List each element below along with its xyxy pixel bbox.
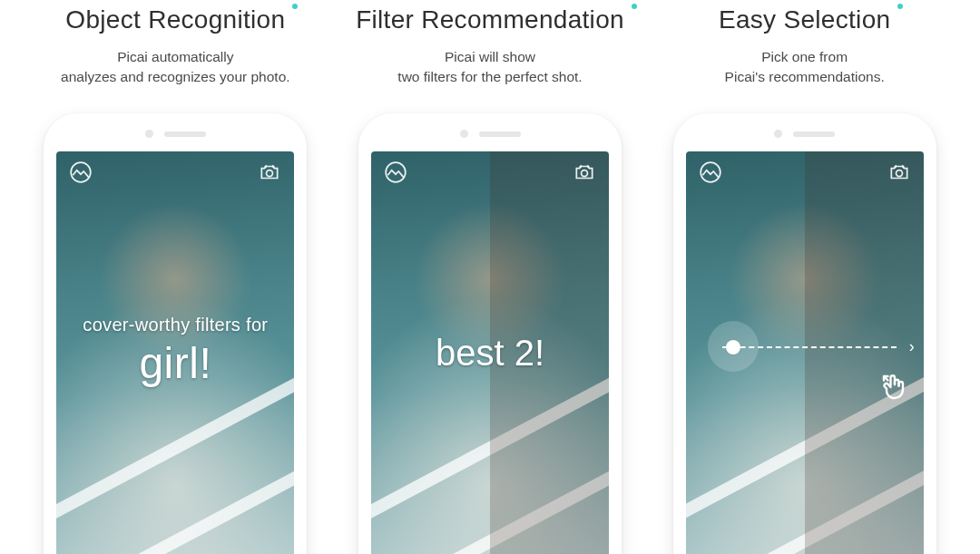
pointer-hand-icon bbox=[878, 371, 911, 403]
accent-dot-icon bbox=[897, 4, 903, 9]
feature-title-text: Object Recognition bbox=[65, 5, 285, 34]
svg-point-3 bbox=[582, 170, 588, 177]
slider-knob[interactable] bbox=[726, 340, 740, 355]
feature-title: Easy Selection bbox=[719, 5, 890, 34]
phone-hardware bbox=[686, 126, 924, 142]
speaker-icon bbox=[164, 131, 206, 137]
phone-mockup: best 2! bbox=[358, 113, 622, 554]
gallery-icon[interactable] bbox=[699, 160, 722, 184]
feature-subtitle: Pick one from Picai's recommendations. bbox=[725, 47, 885, 88]
speaker-icon bbox=[479, 131, 521, 137]
front-camera-icon bbox=[145, 130, 153, 138]
features-row: Object Recognition Picai automatically a… bbox=[0, 0, 980, 554]
gallery-icon[interactable] bbox=[384, 160, 407, 184]
camera-top-bar bbox=[686, 151, 924, 193]
chevron-right-icon: › bbox=[909, 338, 915, 355]
feature-title: Filter Recommendation bbox=[356, 5, 624, 34]
accent-dot-icon bbox=[632, 4, 637, 9]
phone-screen: › bbox=[686, 151, 924, 554]
svg-point-5 bbox=[896, 170, 902, 177]
speaker-icon bbox=[793, 131, 835, 137]
svg-point-1 bbox=[267, 170, 273, 177]
overlay-line-1: cover-worthy filters for bbox=[56, 315, 294, 335]
slider-track bbox=[722, 346, 897, 348]
svg-point-2 bbox=[386, 162, 406, 182]
gallery-icon[interactable] bbox=[69, 160, 93, 184]
feature-easy-selection: Easy Selection Pick one from Picai's rec… bbox=[647, 0, 962, 554]
overlay-line-1: best 2! bbox=[371, 333, 609, 374]
front-camera-icon bbox=[774, 130, 782, 138]
phone-hardware bbox=[56, 126, 294, 142]
feature-title-text: Filter Recommendation bbox=[356, 5, 624, 34]
svg-point-0 bbox=[71, 162, 91, 182]
phone-hardware bbox=[371, 126, 609, 142]
phone-mockup: › bbox=[673, 113, 936, 554]
overlay-line-2: girl! bbox=[56, 338, 294, 388]
phone-screen: best 2! bbox=[371, 151, 609, 554]
feature-title: Object Recognition bbox=[65, 5, 285, 34]
feature-subtitle: Picai automatically analyzes and recogni… bbox=[61, 47, 289, 88]
svg-point-4 bbox=[701, 162, 720, 182]
switch-camera-icon[interactable] bbox=[887, 160, 911, 184]
feature-filter-recommendation: Filter Recommendation Picai will show tw… bbox=[333, 0, 648, 554]
switch-camera-icon[interactable] bbox=[573, 160, 596, 184]
accent-dot-icon bbox=[292, 4, 298, 9]
camera-top-bar bbox=[56, 151, 294, 193]
feature-title-text: Easy Selection bbox=[719, 5, 890, 34]
filter-slider[interactable]: › bbox=[722, 346, 913, 348]
phone-screen: cover-worthy filters for girl! bbox=[56, 151, 294, 554]
switch-camera-icon[interactable] bbox=[258, 160, 281, 184]
phone-mockup: cover-worthy filters for girl! bbox=[44, 113, 307, 554]
camera-top-bar bbox=[371, 151, 609, 193]
front-camera-icon bbox=[460, 130, 468, 138]
feature-object-recognition: Object Recognition Picai automatically a… bbox=[18, 0, 333, 554]
feature-subtitle: Picai will show two filters for the perf… bbox=[397, 47, 582, 88]
